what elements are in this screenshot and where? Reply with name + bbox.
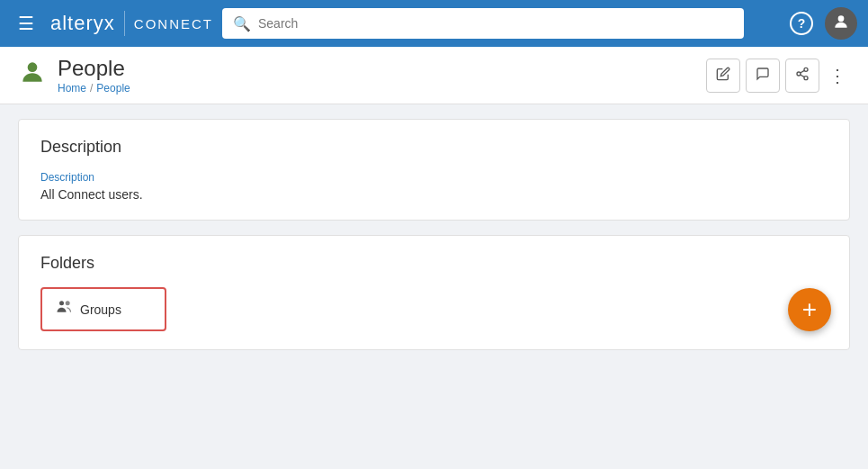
add-button[interactable]: + [788,288,831,331]
logo-area: alteryx CONNECT [50,11,213,36]
logo-divider [124,11,125,36]
folder-item-groups[interactable]: Groups [40,287,166,331]
connect-label: CONNECT [134,16,213,32]
logo-text: alteryx [50,12,115,35]
svg-point-2 [804,68,808,71]
search-bar: 🔍 [222,8,744,39]
breadcrumb-home[interactable]: Home [58,82,86,95]
comment-button[interactable] [746,59,780,93]
subheader: People Home / People ⋮ [0,47,868,104]
help-button[interactable]: ? [785,7,818,40]
subheader-actions: ⋮ [706,59,850,93]
edit-icon [716,67,730,85]
subheader-left: People Home / People [18,56,130,95]
page-title: People [58,56,130,82]
groups-icon [55,298,73,320]
breadcrumb-current[interactable]: People [96,82,130,95]
svg-point-3 [797,72,801,76]
svg-point-7 [59,301,64,305]
svg-line-6 [801,70,805,73]
folders-grid: Groups [40,287,828,331]
main-content: Description Description All Connect user… [0,104,868,469]
edit-button[interactable] [706,59,740,93]
svg-point-4 [804,76,808,79]
svg-point-0 [838,15,845,22]
page-title-area: People Home / People [58,56,130,95]
description-field-label: Description [40,171,828,184]
folders-card-title: Folders [40,254,828,273]
svg-line-5 [801,75,805,77]
hamburger-button[interactable]: ☰ [11,9,41,38]
more-button[interactable]: ⋮ [825,61,850,90]
description-field-value: All Connect users. [40,187,828,202]
breadcrumb-separator: / [90,82,93,95]
comment-icon [756,67,770,85]
header: ☰ alteryx CONNECT 🔍 ? [0,0,868,47]
description-card-title: Description [40,138,828,157]
search-icon: 🔍 [233,15,251,32]
header-right: ? [785,7,857,40]
help-icon: ? [790,12,813,35]
svg-point-8 [66,301,70,305]
breadcrumb: Home / People [58,82,130,95]
share-button[interactable] [785,59,819,93]
folder-item-groups-label: Groups [80,302,121,317]
folders-card: Folders Groups + [18,235,850,350]
search-input[interactable] [258,16,733,31]
share-icon [795,67,810,85]
description-card: Description Description All Connect user… [18,119,850,221]
people-page-icon [18,58,47,93]
svg-point-1 [28,62,38,72]
avatar-button[interactable] [825,7,857,40]
avatar-icon [832,13,850,35]
more-icon: ⋮ [828,66,846,86]
